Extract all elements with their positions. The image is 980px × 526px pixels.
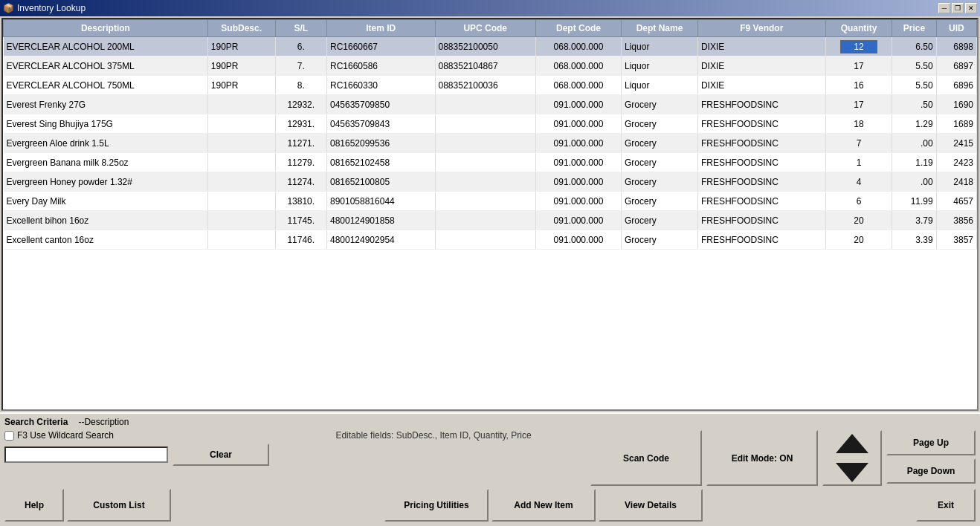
clear-button[interactable]: Clear — [173, 444, 269, 466]
cell-quantity[interactable]: 17 — [825, 56, 892, 76]
table-row[interactable]: Excellent bihon 16oz11745.48001249018580… — [4, 211, 977, 230]
table-row[interactable]: Evergreen Aloe drink 1.5L11271.081652099… — [4, 134, 977, 153]
title-bar-controls[interactable]: ─ ❐ ✕ — [938, 3, 977, 13]
cell-subdesc[interactable] — [207, 134, 275, 153]
cell-upc_code — [435, 230, 535, 250]
cell-uid: 1689 — [936, 114, 976, 134]
sort-icon-box[interactable] — [822, 430, 882, 486]
view-details-button[interactable]: View Details — [599, 489, 703, 522]
help-button[interactable]: Help — [4, 489, 64, 522]
cell-subdesc[interactable]: 190PR — [207, 76, 275, 95]
table-row[interactable]: Evergreen Honey powder 1.32#11274.081652… — [4, 172, 977, 192]
cell-price[interactable]: 6.50 — [892, 37, 936, 56]
table-row[interactable]: EVERCLEAR ALCOHOL 750ML190PR8.RC16603300… — [4, 76, 977, 95]
cell-quantity[interactable] — [825, 37, 892, 56]
edit-mode-button[interactable]: Edit Mode: ON — [706, 430, 818, 486]
quantity-input[interactable] — [840, 40, 877, 53]
cell-price[interactable]: 11.99 — [892, 192, 936, 211]
cell-quantity[interactable]: 4 — [825, 172, 892, 192]
minimize-button[interactable]: ─ — [938, 3, 950, 13]
cell-dept_name: Grocery — [622, 192, 698, 211]
close-button[interactable]: ✕ — [965, 3, 977, 13]
cell-description: Every Day Milk — [4, 192, 208, 211]
cell-item_id[interactable]: 8901058816044 — [326, 192, 435, 211]
cell-sl: 11746. — [275, 230, 326, 250]
cell-price[interactable]: 5.50 — [892, 76, 936, 95]
col-dept-code[interactable]: Dept Code — [535, 20, 621, 37]
table-row[interactable]: EVERCLEAR ALCOHOL 200ML190PR6.RC16606670… — [4, 37, 977, 56]
cell-quantity[interactable]: 6 — [825, 192, 892, 211]
page-up-button[interactable]: Page Up — [886, 430, 976, 455]
cell-subdesc[interactable] — [207, 192, 275, 211]
cell-item_id[interactable]: 081652099536 — [326, 134, 435, 153]
cell-price[interactable]: 3.39 — [892, 230, 936, 250]
cell-description: EVERCLEAR ALCOHOL 200ML — [4, 37, 208, 56]
col-quantity[interactable]: Quantity — [825, 20, 892, 37]
search-input[interactable] — [4, 447, 168, 463]
cell-price[interactable]: 1.29 — [892, 114, 936, 134]
add-new-item-button[interactable]: Add New Item — [491, 489, 596, 522]
main-content: Description SubDesc. S/L Item ID UPC Cod… — [0, 16, 980, 526]
table-row[interactable]: Every Day Milk13810.8901058816044091.000… — [4, 192, 977, 211]
col-uid[interactable]: UID — [936, 20, 976, 37]
cell-subdesc[interactable] — [207, 153, 275, 172]
cell-price[interactable]: 5.50 — [892, 56, 936, 76]
cell-quantity[interactable]: 16 — [825, 76, 892, 95]
col-upc-code[interactable]: UPC Code — [435, 20, 535, 37]
cell-item_id[interactable]: 4800124901858 — [326, 211, 435, 230]
cell-sl: 8. — [275, 76, 326, 95]
custom-list-button[interactable]: Custom List — [67, 489, 171, 522]
restore-button[interactable]: ❐ — [952, 3, 964, 13]
col-dept-name[interactable]: Dept Name — [622, 20, 698, 37]
exit-button[interactable]: Exit — [916, 489, 976, 522]
cell-description: Everest Frenky 27G — [4, 95, 208, 114]
table-row[interactable]: Excellent canton 16oz11746.4800124902954… — [4, 230, 977, 250]
table-row[interactable]: EVERCLEAR ALCOHOL 375ML190PR7.RC16605860… — [4, 56, 977, 76]
pricing-utilities-button[interactable]: Pricing Utilities — [384, 489, 489, 522]
col-item-id[interactable]: Item ID — [326, 20, 435, 37]
col-sl[interactable]: S/L — [275, 20, 326, 37]
page-down-button[interactable]: Page Down — [886, 458, 976, 484]
cell-subdesc[interactable] — [207, 95, 275, 114]
cell-upc_code: 088352100050 — [435, 37, 535, 56]
cell-price[interactable]: .50 — [892, 95, 936, 114]
cell-price[interactable]: 3.79 — [892, 211, 936, 230]
cell-description: Excellent bihon 16oz — [4, 211, 208, 230]
cell-price[interactable]: 1.19 — [892, 153, 936, 172]
wildcard-checkbox[interactable] — [4, 431, 14, 441]
table-container: Description SubDesc. S/L Item ID UPC Cod… — [1, 18, 979, 411]
scan-code-button[interactable]: Scan Code — [590, 430, 702, 486]
cell-quantity[interactable]: 20 — [825, 230, 892, 250]
col-subdesc[interactable]: SubDesc. — [207, 20, 275, 37]
table-row[interactable]: Evergreen Banana milk 8.25oz11279.081652… — [4, 153, 977, 172]
cell-quantity[interactable]: 17 — [825, 95, 892, 114]
cell-item_id[interactable]: RC1660667 — [326, 37, 435, 56]
cell-dept_code: 091.000.000 — [535, 134, 621, 153]
cell-subdesc[interactable]: 190PR — [207, 56, 275, 76]
table-row[interactable]: Everest Sing Bhujiya 175G12931.045635709… — [4, 114, 977, 134]
cell-quantity[interactable]: 1 — [825, 153, 892, 172]
col-f9-vendor[interactable]: F9 Vendor — [697, 20, 825, 37]
cell-item_id[interactable]: 081652100805 — [326, 172, 435, 192]
cell-subdesc[interactable] — [207, 114, 275, 134]
col-description[interactable]: Description — [4, 20, 208, 37]
cell-description: Evergreen Aloe drink 1.5L — [4, 134, 208, 153]
cell-subdesc[interactable] — [207, 211, 275, 230]
cell-subdesc[interactable] — [207, 230, 275, 250]
cell-quantity[interactable]: 18 — [825, 114, 892, 134]
cell-item_id[interactable]: 081652102458 — [326, 153, 435, 172]
cell-item_id[interactable]: RC1660586 — [326, 56, 435, 76]
cell-item_id[interactable]: 4800124902954 — [326, 230, 435, 250]
cell-quantity[interactable]: 20 — [825, 211, 892, 230]
cell-price[interactable]: .00 — [892, 172, 936, 192]
cell-item_id[interactable]: 045635709843 — [326, 114, 435, 134]
col-price[interactable]: Price — [892, 20, 936, 37]
cell-description: Evergreen Honey powder 1.32# — [4, 172, 208, 192]
cell-subdesc[interactable] — [207, 172, 275, 192]
table-row[interactable]: Everest Frenky 27G12932.045635709850091.… — [4, 95, 977, 114]
cell-item_id[interactable]: 045635709850 — [326, 95, 435, 114]
cell-price[interactable]: .00 — [892, 134, 936, 153]
cell-item_id[interactable]: RC1660330 — [326, 76, 435, 95]
cell-quantity[interactable]: 7 — [825, 134, 892, 153]
cell-subdesc[interactable]: 190PR — [207, 37, 275, 56]
